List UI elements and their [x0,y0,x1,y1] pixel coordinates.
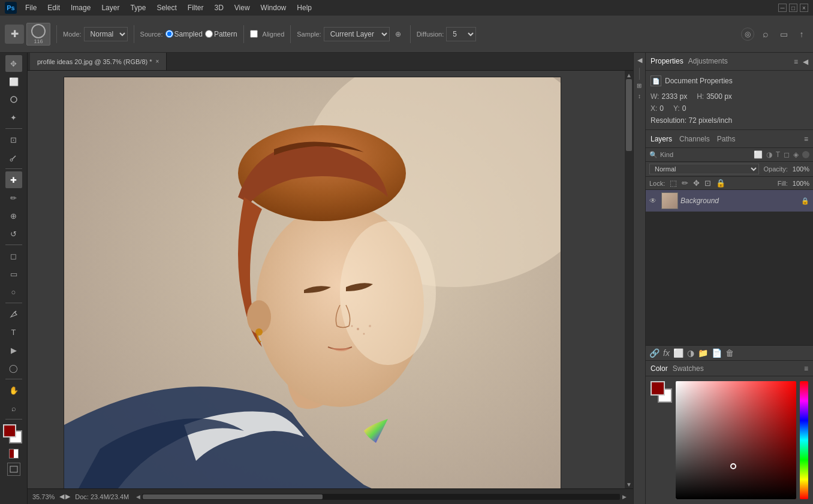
tool-move[interactable]: ✥ [5,55,22,72]
diffusion-select[interactable]: 5 [446,27,476,41]
sample-select[interactable]: Current Layer [324,27,390,41]
lock-transparent-icon[interactable]: ⬚ [670,179,677,188]
add-mask-btn[interactable]: ⬜ [673,348,683,358]
color-menu-btn[interactable]: ≡ [804,364,808,373]
tab-properties[interactable]: Properties [651,55,683,69]
tab-color[interactable]: Color [651,364,668,373]
tool-crop[interactable]: ⊡ [5,131,22,148]
scroll-up-btn[interactable]: ▲ [625,71,633,79]
fg-color-swatch[interactable] [651,381,665,396]
menu-file[interactable]: File [20,2,41,13]
tool-rectangular-marquee[interactable]: ⬜ [5,73,22,90]
tab-close-btn[interactable]: × [156,58,159,65]
h-scrollbar-thumb[interactable] [143,494,323,499]
menu-image[interactable]: Image [66,2,95,13]
aligned-checkbox[interactable] [250,30,258,38]
scroll-down-btn[interactable]: ▼ [625,480,633,488]
hue-slider[interactable] [800,381,808,499]
search-icon[interactable]: ⌕ [759,28,772,41]
tool-eyedropper[interactable] [5,149,22,166]
tool-magic-wand[interactable]: ✦ [5,109,22,126]
tool-shape[interactable]: ◯ [5,360,22,376]
close-btn[interactable]: × [800,4,808,12]
tool-history-brush[interactable]: ↺ [5,225,22,242]
quick-mask-btn[interactable] [8,448,19,459]
properties-menu-btn[interactable]: ≡ [794,58,798,66]
link-layers-btn[interactable]: 🔗 [649,348,660,358]
menu-view[interactable]: View [230,2,255,13]
cloud-icon[interactable]: ↑ [795,28,808,41]
mode-select[interactable]: Normal [84,27,128,41]
canvas-container[interactable] [28,71,625,488]
lock-all-icon[interactable]: 🔒 [716,179,725,188]
delete-layer-btn[interactable]: 🗑 [725,348,734,358]
blend-mode-select[interactable]: Normal [649,164,759,174]
filter-toggle[interactable] [802,151,809,158]
h-scrollbar-track[interactable] [142,494,620,500]
filter-smart-icon[interactable]: ◈ [793,150,799,159]
add-group-btn[interactable]: 📁 [698,348,708,358]
healing-brush-tool-icon[interactable]: ✚ [5,25,24,44]
layer-background[interactable]: 👁 Background 🔒 [646,190,813,212]
tool-brush[interactable]: ✏ [5,189,22,206]
status-arrow-right[interactable]: ▶ [65,493,70,500]
vertical-scrollbar[interactable]: ▲ ▼ [625,71,633,488]
tool-healing-brush[interactable]: ✚ [5,171,22,188]
tool-lasso[interactable] [5,91,22,108]
filter-type-icon[interactable]: T [776,150,780,159]
menu-edit[interactable]: Edit [43,2,65,13]
menu-filter[interactable]: Filter [183,2,209,13]
properties-collapse-btn[interactable]: ◀ [803,58,808,66]
tool-gradient[interactable]: ▭ [5,265,22,282]
menu-layer[interactable]: Layer [97,2,124,13]
scroll-right-btn[interactable]: ▶ [620,494,628,500]
scroll-thumb[interactable] [626,79,632,151]
foreground-color[interactable] [3,424,16,437]
menu-type[interactable]: Type [125,2,150,13]
add-style-btn[interactable]: fx [663,348,670,358]
tab-swatches[interactable]: Swatches [673,364,704,373]
layers-menu-btn[interactable]: ≡ [804,135,808,143]
tool-clone-stamp[interactable]: ⊕ [5,207,22,224]
lock-position-icon[interactable]: ✥ [693,179,700,188]
tab-paths[interactable]: Paths [717,134,736,144]
tab-adjustments[interactable]: Adjustments [688,55,728,69]
panel-icon[interactable]: ▭ [777,28,790,41]
restore-btn[interactable]: □ [789,4,797,12]
tool-text[interactable]: T [5,324,22,340]
source-sampled-option[interactable]: Sampled [165,30,203,38]
sample-icon[interactable]: ⊕ [392,28,404,40]
tool-zoom[interactable]: ⌕ [5,400,22,417]
tab-channels[interactable]: Channels [679,134,710,144]
menu-3d[interactable]: 3D [209,2,228,13]
menu-select[interactable]: Select [152,2,181,13]
strip-icon1[interactable]: ⊞ [635,82,644,89]
lock-artboard-icon[interactable]: ⊡ [704,179,711,188]
target-icon[interactable]: ◎ [741,28,754,41]
tab-layers[interactable]: Layers [651,134,672,144]
menu-window[interactable]: Window [256,2,291,13]
add-layer-btn[interactable]: 📄 [712,348,722,358]
status-arrow-left[interactable]: ◀ [59,493,64,500]
filter-shape-icon[interactable]: ◻ [784,150,790,159]
brush-size-display[interactable]: 116 [26,23,50,46]
filter-pixel-icon[interactable]: ⬜ [754,150,763,159]
h-scroll-area[interactable]: ◀ ▶ [134,494,628,500]
document-tab[interactable]: profile ideas 20.jpg @ 35.7% (RGB/8) * × [30,53,167,70]
add-adjustment-btn[interactable]: ◑ [687,348,694,358]
menu-help[interactable]: Help [292,2,317,13]
tool-pen[interactable] [5,306,22,322]
screen-mode-btn[interactable] [7,463,20,476]
color-gradient-box[interactable] [676,381,796,499]
collapse-properties-btn[interactable]: ◀ [636,55,643,65]
tool-path-selection[interactable]: ▶ [5,342,22,358]
scroll-left-btn[interactable]: ◀ [134,494,142,500]
layer-visibility-eye[interactable]: 👁 [649,197,659,205]
minimize-btn[interactable]: ─ [778,4,787,12]
strip-icon2[interactable]: ↕ [637,92,642,101]
tool-eraser[interactable]: ◻ [5,248,22,264]
source-pattern-option[interactable]: Pattern [205,30,237,38]
tool-hand[interactable]: ✋ [5,382,22,399]
tool-dodge[interactable]: ○ [5,283,22,300]
lock-brush-icon[interactable]: ✏ [682,179,688,188]
